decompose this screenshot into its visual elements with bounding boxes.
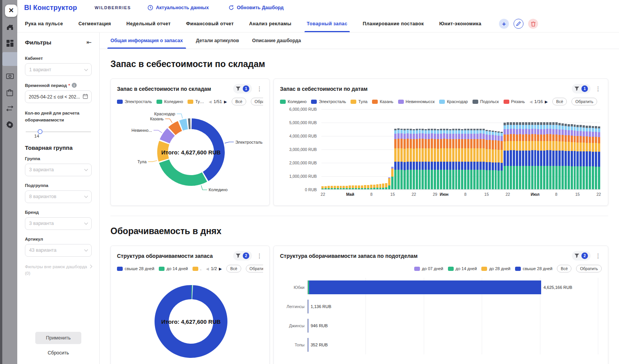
- legend-item[interactable]: свыше 28 дней: [515, 266, 552, 271]
- bar-segment-Коледино: [385, 187, 387, 189]
- subgroup-select[interactable]: 8 вариантов: [25, 190, 92, 203]
- legend-invert-button[interactable]: Обратить: [576, 265, 602, 272]
- tab-6[interactable]: Товарный запас: [306, 15, 348, 32]
- legend-item[interactable]: Коледино: [280, 99, 306, 104]
- bar-segment-Невинномысск: [458, 134, 460, 139]
- more-menu-icon[interactable]: ⋮: [594, 85, 602, 92]
- bar-segment-Невинномысск: [497, 136, 500, 141]
- chart-filter-button[interactable]: 1: [572, 84, 591, 93]
- slider-handle[interactable]: [38, 129, 43, 134]
- collapse-panel-icon[interactable]: ⇤: [87, 39, 92, 46]
- legend-next-icon[interactable]: ▶: [545, 100, 548, 104]
- info-icon[interactable]: i: [72, 83, 77, 88]
- settings-gear-icon[interactable]: [2, 117, 17, 132]
- legend-prev-icon[interactable]: ◀: [529, 100, 532, 104]
- bar-segment-Казань: [592, 137, 594, 143]
- legend-invert-button[interactable]: Обратить: [571, 98, 597, 105]
- bar-segment-Электросталь: [504, 151, 506, 166]
- orders-bag-icon[interactable]: [2, 85, 17, 100]
- tab-8[interactable]: Юнит-экономика: [438, 15, 482, 32]
- legend-item[interactable]: .: [193, 266, 201, 271]
- cabinet-label: Кабинет: [25, 56, 92, 61]
- subtab-1[interactable]: Общая информация о запасах: [110, 33, 183, 49]
- tab-5[interactable]: Анализ рекламы: [249, 15, 292, 32]
- legend-invert-button[interactable]: Обратить: [251, 98, 263, 105]
- legend-next-icon[interactable]: ▶: [219, 267, 222, 271]
- legend-item[interactable]: Тула: [351, 99, 367, 104]
- dashboards-icon[interactable]: [2, 36, 17, 51]
- close-button[interactable]: ✕: [5, 5, 17, 17]
- legend-item[interactable]: Невинномысск: [398, 99, 435, 104]
- more-menu-icon[interactable]: ⋮: [256, 253, 263, 259]
- subtab-2[interactable]: Детали артикулов: [196, 33, 239, 49]
- bar-segment-Казань: [492, 140, 494, 149]
- bar-segment-Краснодар: [546, 125, 548, 129]
- chart-filter-button[interactable]: 2: [233, 251, 252, 261]
- legend-prev-icon[interactable]: ◀: [209, 100, 212, 104]
- legend-item[interactable]: Электросталь: [311, 99, 346, 104]
- more-menu-icon[interactable]: ⋮: [256, 85, 263, 92]
- more-menu-icon[interactable]: ⋮: [594, 253, 602, 259]
- rail-active-item[interactable]: [2, 52, 17, 66]
- stacked-bar: [589, 109, 591, 189]
- legend-invert-button[interactable]: Обратить: [246, 265, 263, 272]
- add-dashboard-button[interactable]: +: [499, 19, 509, 29]
- legend-item[interactable]: Ту…: [188, 99, 204, 104]
- legend-swatch: [439, 100, 445, 104]
- data-freshness-link[interactable]: Актуальность данных: [148, 5, 209, 10]
- outer-filters-link[interactable]: Фильтры вне рамок дашборда(0): [25, 264, 92, 277]
- tab-2[interactable]: Сегментация: [77, 15, 112, 32]
- delete-dashboard-button[interactable]: [528, 19, 538, 29]
- transfers-icon[interactable]: [2, 101, 17, 116]
- bar-segment-Коледино: [565, 166, 567, 189]
- bar-segment-Коледино: [419, 170, 421, 189]
- legend-all-button[interactable]: Всё: [557, 265, 571, 272]
- bar-segment-Коледино: [376, 188, 379, 189]
- bar-segment-Коледино: [446, 170, 448, 189]
- legend-item[interactable]: Краснодар: [439, 99, 468, 104]
- bar-segment-Казань: [558, 135, 561, 141]
- stacked-bar: [595, 109, 597, 189]
- legend-all-button[interactable]: Всё: [552, 98, 567, 105]
- group-select[interactable]: 3 варианта: [25, 164, 92, 176]
- tab-3[interactable]: Недельный отчет: [126, 15, 172, 32]
- bar-segment-Коледино: [479, 170, 482, 189]
- home-icon[interactable]: [2, 20, 17, 34]
- period-date-input[interactable]: 2025-04-22 ≤ col < 202...: [25, 90, 92, 103]
- legend-item[interactable]: свыше 28 дней: [117, 266, 154, 271]
- reset-filters-button[interactable]: Сбросить: [48, 350, 69, 356]
- legend-item[interactable]: до 07 дней: [414, 266, 443, 271]
- legend-label: Коледино: [164, 99, 183, 104]
- legend-item[interactable]: Казань: [372, 99, 393, 104]
- legend-next-icon[interactable]: ▶: [224, 100, 227, 104]
- edit-dashboard-button[interactable]: [514, 19, 524, 29]
- legend-all-button[interactable]: Всё: [226, 265, 241, 272]
- tab-1[interactable]: Рука на пульсе: [24, 15, 64, 32]
- legend-item[interactable]: до 14 дней: [448, 266, 477, 271]
- cabinet-select[interactable]: 1 вариант: [25, 63, 92, 76]
- legend-item[interactable]: до 28 дней: [481, 266, 510, 271]
- chart-filter-button[interactable]: 2: [572, 251, 591, 261]
- bar-segment-Коледино: [467, 170, 469, 189]
- category-label: Джинсы: [280, 323, 308, 328]
- tab-4[interactable]: Финансовый отчет: [185, 15, 235, 32]
- stacked-bar: [376, 109, 379, 189]
- turnover-days-slider[interactable]: [26, 131, 91, 132]
- legend-item[interactable]: Рязань: [504, 99, 525, 104]
- refresh-dashboard-link[interactable]: Обновить Дашборд: [229, 5, 283, 10]
- legend-prev-icon[interactable]: ◀: [206, 267, 209, 271]
- brand-select[interactable]: 3 варианта: [25, 217, 92, 230]
- sku-select[interactable]: 43 варианта: [25, 244, 92, 257]
- legend-item[interactable]: Электросталь: [117, 99, 152, 104]
- tab-7[interactable]: Планирование поставок: [362, 15, 425, 32]
- subtab-3[interactable]: Описание дашборда: [252, 33, 301, 49]
- legend-item[interactable]: Подольск: [472, 99, 499, 104]
- legend-item[interactable]: Коледино: [156, 99, 183, 104]
- bar-segment-Краснодар: [428, 130, 430, 134]
- legend-item[interactable]: до 14 дней: [159, 266, 188, 271]
- apply-filters-button[interactable]: Применить: [35, 332, 82, 344]
- chart-filter-button[interactable]: 1: [233, 84, 252, 93]
- finance-icon[interactable]: [2, 69, 17, 84]
- legend-all-button[interactable]: Всё: [232, 98, 246, 105]
- donut-total-label: Итого: 4,627,600 RUB: [161, 149, 221, 156]
